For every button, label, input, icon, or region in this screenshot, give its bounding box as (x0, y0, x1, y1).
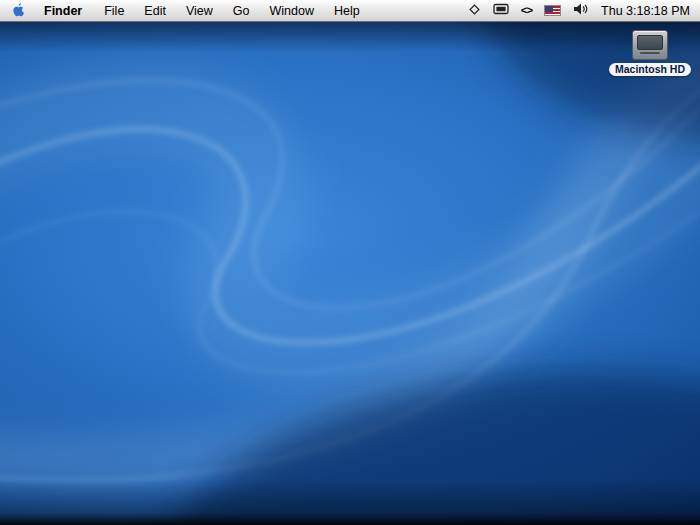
menu-item-go-label: Go (233, 4, 250, 18)
hard-disk-icon (632, 30, 668, 60)
menu-item-window-label: Window (269, 4, 313, 18)
menu-item-finder-label: Finder (44, 4, 82, 18)
displays-icon (493, 3, 509, 19)
desktop-wallpaper: Macintosh HD (0, 22, 700, 525)
menu-bar-left: Finder File Edit View Go Window Help (0, 0, 370, 21)
menu-item-edit[interactable]: Edit (134, 0, 176, 21)
menu-bar: Finder File Edit View Go Window Help (0, 0, 700, 22)
menu-item-go[interactable]: Go (223, 0, 260, 21)
status-menu-input-language[interactable] (538, 0, 567, 21)
menu-item-finder[interactable]: Finder (34, 0, 94, 21)
menu-bar-status-area: <> Thu 3:18:18 PM (462, 0, 700, 21)
diamond-icon (468, 3, 481, 19)
apple-menu[interactable] (0, 0, 34, 21)
menu-item-view-label: View (186, 4, 213, 18)
volume-icon (573, 2, 589, 19)
angle-brackets-icon: <> (521, 5, 532, 17)
status-menu-displays[interactable] (487, 0, 515, 21)
wallpaper-swirl-graphic (0, 22, 700, 525)
menu-item-file-label: File (104, 4, 124, 18)
menu-item-help[interactable]: Help (324, 0, 370, 21)
status-menu-volume[interactable] (567, 0, 595, 21)
menu-item-window[interactable]: Window (259, 0, 323, 21)
menu-item-edit-label: Edit (144, 4, 166, 18)
desktop-icon-label: Macintosh HD (609, 63, 691, 76)
apple-logo-icon (12, 2, 25, 20)
status-menu-diamond[interactable] (462, 0, 487, 21)
status-menu-angle-brackets[interactable]: <> (515, 0, 538, 21)
menu-item-help-label: Help (334, 4, 360, 18)
menu-bar-clock[interactable]: Thu 3:18:18 PM (595, 0, 700, 21)
desktop-icon-macintosh-hd[interactable]: Macintosh HD (614, 30, 686, 76)
us-flag-input-icon (544, 5, 561, 16)
menu-item-view[interactable]: View (176, 0, 223, 21)
menu-item-file[interactable]: File (94, 0, 134, 21)
